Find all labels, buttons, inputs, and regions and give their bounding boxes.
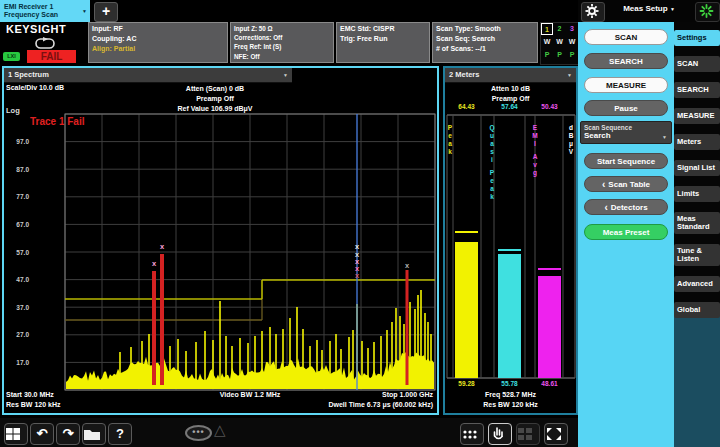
trace-fail-warning: Trace 1 Fail — [30, 116, 84, 127]
meters-window-menu[interactable]: 2 Meters ▼ — [445, 68, 576, 83]
tab-scan[interactable]: SCAN — [674, 56, 720, 72]
fail-status-badge: FAIL — [27, 50, 76, 63]
meter-max-value: 64.43 — [449, 103, 485, 110]
system-settings-button[interactable] — [581, 2, 605, 22]
scan-sequence-dropdown[interactable]: Scan Sequence Search ▼ — [580, 121, 672, 144]
meter-label-emi-avg-char: I — [534, 140, 536, 148]
y-axis-tick: 67.0 — [2, 221, 29, 228]
scan-type-setting: Scan Type: Smooth — [436, 24, 534, 34]
trace-3-mode: P — [566, 49, 578, 61]
scan-sequence-value: Search — [581, 131, 671, 141]
dots-grid-icon — [461, 428, 479, 442]
meter-label-emi-avg-char: E — [533, 124, 537, 132]
search-button[interactable]: SEARCH — [584, 53, 668, 69]
start-sequence-button[interactable]: Start Sequence — [584, 153, 668, 169]
y-axis-tick: 97.0 — [2, 138, 29, 145]
meter-unit-label-char: d — [569, 124, 573, 132]
tab-settings[interactable]: Settings — [674, 30, 720, 46]
apps-grid-button[interactable] — [460, 423, 484, 445]
y-axis-tick: 17.0 — [2, 359, 29, 366]
four-squares-icon — [517, 427, 533, 441]
lxi-badge: LXI — [3, 52, 20, 61]
redo-button[interactable]: ↷ — [56, 423, 80, 445]
input-setting: Input: RF — [92, 24, 224, 34]
trace-3-indicator[interactable]: 3 — [566, 23, 578, 35]
warning-triangle-icon: △ — [214, 421, 226, 439]
scan-sequence-label: Scan Sequence — [581, 122, 671, 131]
scan-sequence-caret-icon: ▼ — [662, 134, 667, 140]
trace-1-mode: P — [541, 49, 553, 61]
tab-global[interactable]: Global — [674, 302, 720, 318]
meter-label-quasi-peak-char: s — [490, 148, 494, 156]
meas-preset-button[interactable]: Meas Preset — [584, 224, 668, 240]
file-explorer-button[interactable] — [82, 423, 106, 445]
redo-icon: ↷ — [63, 426, 74, 441]
meter-label-emi-avg-char: A — [533, 153, 538, 161]
undo-icon: ↶ — [37, 426, 48, 441]
tab-caret-icon: ▼ — [82, 8, 90, 14]
help-button[interactable]: ? — [108, 423, 132, 445]
meter-label-peak-char: e — [448, 132, 452, 140]
input-settings-panel[interactable]: Input: RF Coupling: AC Align: Partial — [88, 22, 228, 63]
pause-button[interactable]: Pause — [584, 100, 668, 116]
meter-current-value: 48.61 — [532, 380, 568, 387]
tab-tune---listen[interactable]: Tune & Listen — [674, 244, 720, 266]
tab-search[interactable]: SEARCH — [674, 82, 720, 98]
measurement-tab[interactable]: EMI Receiver 1 Frequency Scan ▼ — [0, 0, 90, 22]
spectrum-window-title: 1 Spectrum — [4, 68, 283, 82]
scan-button[interactable]: SCAN — [584, 29, 668, 45]
meters-menu-caret-icon: ▼ — [567, 68, 576, 82]
busy-spinner-icon — [696, 3, 717, 19]
meter-label-quasi-peak: QuasiPeak — [487, 124, 497, 201]
scan-table-button[interactable]: ‹Scan Table — [584, 176, 668, 192]
layout-grid-button[interactable] — [516, 423, 540, 445]
tab-signal-list[interactable]: Signal List — [674, 160, 720, 176]
stop-freq-label: Stop 1.000 GHz — [250, 391, 433, 398]
tab-meters[interactable]: Meters — [674, 134, 720, 150]
impedance-settings-panel[interactable]: Input Z: 50 Ω Corrections: Off Freq Ref:… — [230, 22, 334, 63]
input-z-setting: Input Z: 50 Ω — [234, 24, 330, 33]
trace-1-indicator[interactable]: 1 — [541, 23, 553, 35]
gear-icon — [582, 3, 602, 19]
fullscreen-button[interactable] — [544, 423, 568, 445]
emc-settings-panel[interactable]: EMC Std: CISPR Trig: Free Run — [336, 22, 430, 63]
coupling-setting: Coupling: AC — [92, 34, 224, 44]
meter-max-value: 57.64 — [492, 103, 528, 110]
help-icon: ? — [116, 426, 124, 441]
touch-mode-button[interactable] — [488, 423, 512, 445]
add-tab-button[interactable]: + — [94, 2, 118, 22]
windows-start-button[interactable] — [4, 423, 28, 445]
meas-setup-menu[interactable]: Meas Setup ▼ — [606, 4, 692, 13]
tab-measure[interactable]: MEASURE — [674, 108, 720, 124]
detectors-button[interactable]: ‹Detectors — [584, 199, 668, 215]
measure-button[interactable]: MEASURE — [584, 77, 668, 93]
spectrum-window-menu[interactable]: 1 Spectrum ▼ — [4, 68, 292, 83]
busy-indicator-button[interactable] — [695, 2, 720, 22]
tab-advanced[interactable]: Advanced — [674, 276, 720, 292]
meter-label-emi-avg: EMIAvg — [530, 124, 540, 177]
emc-std-setting: EMC Std: CISPR — [340, 24, 426, 34]
meas-setup-menu-label: Meas Setup — [623, 4, 667, 13]
keysight-logo: KEYSIGHT — [6, 23, 66, 35]
meter-label-peak-char: k — [448, 148, 452, 156]
tab-limits[interactable]: Limits — [674, 186, 720, 202]
meter-max-value: 50.43 — [532, 103, 568, 110]
trace-2-indicator[interactable]: 2 — [554, 23, 566, 35]
y-axis-tick: 57.0 — [2, 249, 29, 256]
scan-settings-panel[interactable]: Scan Type: Smooth Scan Seq: Search # of … — [432, 22, 538, 63]
messages-bubble-icon[interactable]: ••• — [185, 425, 212, 441]
meter-unit-label-char: V — [569, 148, 573, 156]
sidebar-tab-column-footer — [674, 312, 720, 447]
dwell-time-label: Dwell Time 6.73 μs (60.002 kHz) — [230, 401, 433, 408]
y-axis-tick: 87.0 — [2, 166, 29, 173]
log-scale-label: Log — [6, 106, 20, 115]
meters-res-bw-label: Res BW 120 kHz — [443, 401, 578, 408]
meter-unit-label-char: μ — [569, 140, 573, 148]
meters-freq-label: Freq 528.7 MHz — [443, 391, 578, 398]
undo-button[interactable]: ↶ — [30, 423, 54, 445]
meters-window[interactable] — [443, 66, 578, 415]
tab-meas-standard[interactable]: Meas Standard — [674, 212, 720, 234]
meter-label-quasi-peak-char: i — [491, 156, 493, 164]
trigger-setting: Trig: Free Run — [340, 34, 426, 44]
meter-label-quasi-peak-char: a — [490, 185, 494, 193]
